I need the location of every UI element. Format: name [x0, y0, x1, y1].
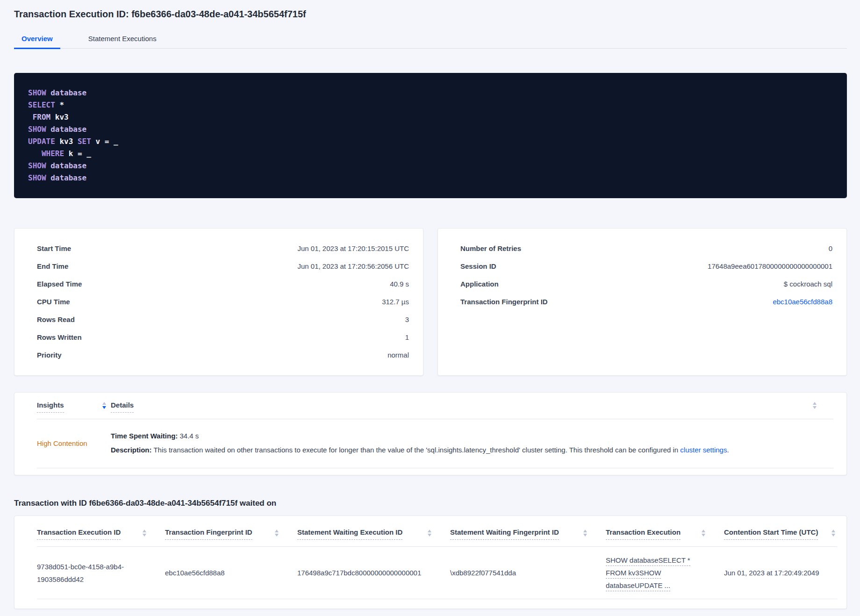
sort-arrows-icon[interactable] [428, 530, 431, 537]
summary-label: Transaction Fingerprint ID [460, 298, 548, 306]
transaction-fingerprint-id-cell: ebc10ae56cfd88a8 [165, 566, 297, 579]
transaction-execution-link[interactable]: SHOW databaseSELECT * [606, 556, 690, 566]
summary-label: Priority [37, 351, 62, 359]
description-suffix: . [727, 446, 729, 454]
column-header-label: Statement Waiting Execution ID [297, 528, 402, 540]
sort-arrows-icon[interactable] [275, 530, 279, 537]
insight-details: Time Spent Waiting: 34.4 s Description: … [111, 429, 729, 457]
insights-table-header: Insights Details [37, 401, 833, 419]
statement-waiting-fingerprint-id-cell: \xdb8922f077541dda [450, 566, 606, 579]
column-header[interactable]: Statement Waiting Fingerprint ID [450, 528, 606, 546]
table-row: 9738d051-bc0e-4158-a9b4-1903586ddd42 ebc… [37, 547, 837, 599]
insight-description: Description: This transaction waited on … [111, 443, 729, 457]
column-header[interactable]: Transaction Fingerprint ID [165, 528, 297, 546]
summary-value: Jun 01, 2023 at 17:20:56:2056 UTC [297, 262, 409, 270]
summary-label: Number of Retries [460, 244, 521, 252]
summary-value: 40.9 s [390, 280, 409, 288]
sql-keyword: SHOW [28, 125, 46, 134]
description-text: This transaction waited on other transac… [152, 446, 681, 454]
sql-keyword: FROM [28, 113, 50, 122]
insight-waiting-time: Time Spent Waiting: 34.4 s [111, 429, 729, 443]
sql-line: SELECT * [28, 99, 833, 111]
transaction-execution-link[interactable]: databaseUPDATE ... [606, 581, 670, 591]
summary-value: Jun 01, 2023 at 17:20:15:2015 UTC [297, 244, 409, 252]
statement-waiting-execution-id-cell: 176498a9c717bdc80000000000000001 [297, 566, 450, 579]
sort-arrows-icon[interactable] [143, 530, 146, 537]
sql-identifier: * [55, 100, 64, 109]
sql-identifier: kv3 [50, 113, 69, 122]
waited-on-table: Transaction Execution IDTransaction Fing… [14, 516, 847, 609]
summary-value: normal [387, 351, 409, 359]
transaction-execution-line[interactable]: FROM kv3SHOW [606, 566, 710, 579]
summary-card-right: Number of Retries0Session ID17648a9eea60… [437, 228, 847, 376]
summary-label: Rows Read [37, 315, 75, 323]
sort-arrows-icon[interactable] [831, 530, 835, 537]
insights-column-header[interactable]: Insights [37, 401, 111, 413]
summary-row: Number of Retries0 [460, 240, 832, 258]
sql-keyword: SELECT [28, 100, 55, 109]
sql-keyword: database [46, 88, 87, 97]
transaction-execution-cell[interactable]: SHOW databaseSELECT * FROM kv3SHOW datab… [606, 554, 724, 592]
sql-keyword: UPDATE [28, 137, 55, 146]
insights-table: Insights Details High Contention Time Sp… [14, 392, 847, 475]
column-header[interactable]: Transaction Execution [606, 528, 724, 546]
sort-arrows-icon[interactable] [813, 402, 817, 409]
summary-value: 17648a9eea6017800000000000000001 [708, 262, 832, 270]
summary-card-left: Start TimeJun 01, 2023 at 17:20:15:2015 … [14, 228, 423, 376]
sort-arrows-icon[interactable] [702, 530, 705, 537]
column-header-label: Transaction Fingerprint ID [165, 528, 252, 540]
column-header[interactable]: Statement Waiting Execution ID [297, 528, 450, 546]
sql-line: SHOW database [28, 160, 833, 172]
tab-overview[interactable]: Overview [14, 32, 60, 49]
summary-row: Transaction Fingerprint IDebc10ae56cfd88… [460, 293, 832, 311]
sql-keyword: database [46, 173, 87, 182]
column-header-label: Transaction Execution [606, 528, 681, 540]
summary-value: 312.7 µs [382, 298, 409, 306]
sql-line: WHERE k = _ [28, 148, 833, 160]
transaction-fingerprint-link[interactable]: ebc10ae56cfd88a8 [773, 298, 832, 306]
summary-row: Session ID17648a9eea60178000000000000000… [460, 258, 832, 275]
sql-line: SHOW database [28, 172, 833, 184]
summary-label: End Time [37, 262, 68, 270]
sql-keyword: SHOW [28, 173, 46, 182]
summary-row: End TimeJun 01, 2023 at 17:20:56:2056 UT… [37, 258, 409, 275]
transaction-execution-link[interactable]: FROM kv3SHOW [606, 569, 661, 579]
tab-bar: Overview Statement Executions [14, 32, 847, 49]
sql-identifier: kv3 [55, 137, 73, 146]
insight-type-label: High Contention [37, 439, 111, 447]
summary-value: 1 [405, 333, 409, 341]
tab-statement-executions[interactable]: Statement Executions [81, 32, 164, 49]
sql-line: UPDATE kv3 SET v = _ [28, 136, 833, 148]
summary-row: Application$ cockroach sql [460, 275, 832, 293]
column-header-label: Contention Start Time (UTC) [724, 528, 818, 540]
insights-column-label: Insights [37, 401, 64, 413]
summary-row: CPU Time312.7 µs [37, 293, 409, 311]
summary-row: Prioritynormal [37, 346, 409, 364]
transaction-execution-line[interactable]: databaseUPDATE ... [606, 579, 710, 592]
sql-keyword: database [46, 125, 87, 134]
sql-line: SHOW database [28, 87, 833, 99]
column-header-label: Transaction Execution ID [37, 528, 121, 540]
sort-arrows-icon[interactable] [583, 530, 587, 537]
column-header[interactable]: Transaction Execution ID [37, 528, 165, 546]
summary-label: Application [460, 280, 499, 288]
summary-label: Rows Written [37, 333, 82, 341]
insight-row: High Contention Time Spent Waiting: 34.4… [37, 419, 833, 468]
sql-line: SHOW database [28, 123, 833, 136]
summary-cards: Start TimeJun 01, 2023 at 17:20:15:2015 … [14, 228, 847, 376]
sql-line: FROM kv3 [28, 111, 833, 123]
waited-table-header: Transaction Execution IDTransaction Fing… [37, 528, 837, 547]
summary-row: Rows Written1 [37, 329, 409, 346]
cluster-settings-link[interactable]: cluster settings [680, 446, 727, 454]
waiting-time-value: 34.4 s [178, 432, 199, 440]
sql-code: SHOW databaseSELECT * FROM kv3SHOW datab… [14, 73, 847, 198]
details-column-header[interactable]: Details [111, 401, 134, 409]
transaction-execution-line[interactable]: SHOW databaseSELECT * [606, 554, 710, 566]
details-column-label: Details [111, 401, 134, 413]
sql-keyword: WHERE [28, 149, 64, 158]
sort-arrows-icon[interactable] [102, 402, 106, 409]
column-header[interactable]: Contention Start Time (UTC) [724, 528, 837, 546]
description-label: Description: [111, 446, 152, 454]
summary-label: CPU Time [37, 298, 70, 306]
waiting-time-label: Time Spent Waiting: [111, 432, 178, 440]
